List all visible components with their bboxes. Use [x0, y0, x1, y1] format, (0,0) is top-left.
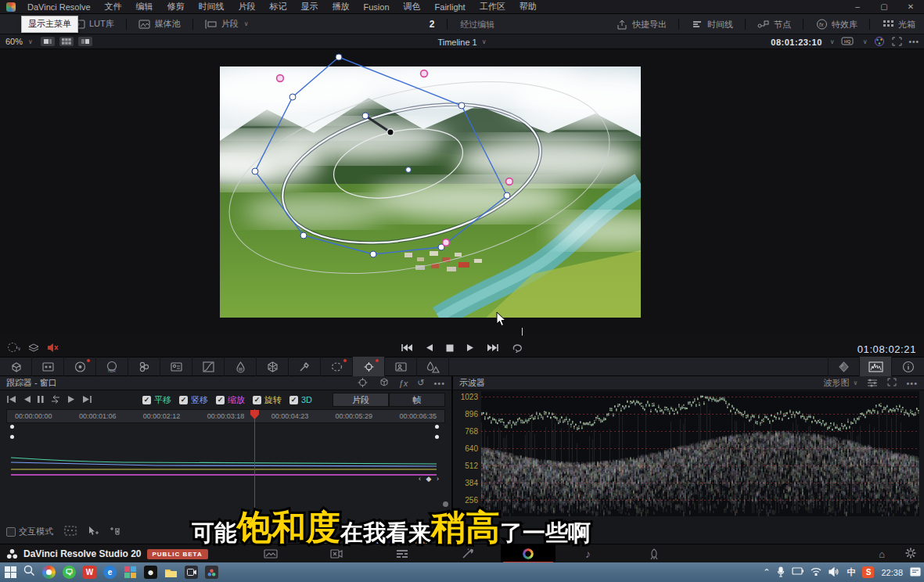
clip-mode-button[interactable]: 片段: [333, 393, 389, 407]
track-to-end-icon[interactable]: [81, 395, 92, 405]
qualifier-icon[interactable]: [225, 357, 257, 376]
browser-icon[interactable]: [42, 566, 56, 579]
lightbox-button[interactable]: 光箱: [876, 14, 921, 34]
blur-icon[interactable]: [417, 357, 449, 376]
scope-expand-icon[interactable]: [887, 378, 897, 388]
checkbox-rotate[interactable]: ✓旋转: [253, 394, 282, 406]
interactive-mode-checkbox[interactable]: ✓ 交互模式: [6, 526, 53, 537]
play-icon[interactable]: [466, 343, 474, 354]
viewer-timecode[interactable]: 08:01:23:10: [771, 38, 822, 47]
microphone-icon[interactable]: [777, 566, 785, 579]
menu-mark[interactable]: 标记: [263, 0, 294, 14]
checkbox-zoom[interactable]: ✓缩放: [216, 394, 245, 406]
track-to-start-icon[interactable]: [6, 395, 17, 405]
file-explorer-icon[interactable]: [164, 566, 178, 579]
menu-playback[interactable]: 播放: [325, 0, 357, 14]
track-target-icon[interactable]: [357, 377, 369, 390]
keyframe-dot[interactable]: [435, 425, 439, 429]
menu-fusion[interactable]: Fusion: [357, 0, 397, 14]
capture-icon[interactable]: [185, 566, 198, 579]
wifi-icon[interactable]: [811, 567, 822, 577]
volume-icon[interactable]: [829, 567, 840, 578]
tracker-graph[interactable]: ‹ ◆ › 10.10 28.25 0.96 0.01: [0, 423, 451, 518]
camera-3d-icon[interactable]: [378, 377, 390, 389]
waveform-display[interactable]: [481, 391, 919, 516]
pause-icon[interactable]: [38, 395, 44, 405]
hdr-icon[interactable]: HDR: [96, 357, 128, 376]
play-reverse-icon[interactable]: [426, 343, 433, 354]
fx-small-icon[interactable]: ƒx: [399, 379, 408, 388]
keyframe-dot[interactable]: [10, 435, 14, 439]
settings-gear-icon[interactable]: [905, 548, 916, 561]
close-button[interactable]: ✕: [897, 0, 924, 14]
clock[interactable]: 22:38: [881, 568, 903, 577]
power-window-icon[interactable]: [321, 357, 353, 376]
clip-selector-button[interactable]: 片段 ∨: [200, 14, 254, 34]
menu-view[interactable]: 显示: [294, 0, 325, 14]
menu-app[interactable]: DaVinci Resolve: [20, 0, 98, 14]
maximize-button[interactable]: ▢: [871, 0, 897, 14]
display-icon[interactable]: [792, 567, 804, 577]
menu-trim[interactable]: 修剪: [160, 0, 192, 14]
effects-library-button[interactable]: fx 特效库: [810, 14, 863, 34]
page-fairlight[interactable]: ♪: [555, 544, 621, 563]
tray-expand-icon[interactable]: ⌃: [763, 567, 770, 577]
info-icon[interactable]: [892, 357, 924, 376]
track-reverse-icon[interactable]: [23, 395, 31, 405]
keyer-3d-icon[interactable]: [257, 357, 289, 376]
scopes-icon[interactable]: [860, 357, 892, 376]
page-deliver[interactable]: [621, 544, 687, 563]
motion-effects-icon[interactable]: [160, 357, 192, 376]
menu-edit[interactable]: 编辑: [129, 0, 160, 14]
sogou-icon[interactable]: S: [862, 566, 874, 578]
proxy-quality-icon[interactable]: HQ: [841, 36, 855, 48]
more-options-icon[interactable]: •••: [908, 38, 919, 46]
search-icon[interactable]: [23, 565, 35, 580]
keyframe-nav[interactable]: ‹ ◆ ›: [419, 475, 440, 483]
panel-scrollbar-dot[interactable]: [443, 501, 448, 507]
keyframe-dot[interactable]: [435, 435, 439, 439]
timeline-panel-button[interactable]: 时间线: [685, 14, 739, 34]
checkbox-3d[interactable]: ✓3D: [289, 395, 312, 404]
track-bidirectional-icon[interactable]: [50, 395, 61, 405]
media-pool-button[interactable]: 媒体池: [133, 14, 186, 34]
tracker-playhead[interactable]: [254, 409, 255, 518]
go-to-end-icon[interactable]: [487, 343, 499, 354]
menu-timeline[interactable]: 时间线: [192, 0, 232, 14]
minimize-button[interactable]: –: [844, 0, 871, 14]
page-edit[interactable]: [369, 544, 435, 563]
page-media[interactable]: [238, 544, 304, 563]
xmind-icon[interactable]: [124, 566, 137, 579]
page-cut[interactable]: [304, 544, 369, 563]
timeline-name[interactable]: Timeline 1: [437, 38, 476, 47]
tracker-ruler[interactable]: 00:00:00:00 00:00:01:06 00:00:02:12 00:0…: [6, 409, 445, 423]
color-slice-icon[interactable]: [128, 357, 160, 376]
obs-icon[interactable]: ☻: [144, 566, 157, 579]
reset-icon[interactable]: ↺: [417, 378, 424, 388]
scope-options-icon[interactable]: •••: [906, 379, 918, 388]
frame-mode-button[interactable]: 帧: [389, 393, 445, 407]
wechat-icon[interactable]: 🗨: [63, 566, 76, 579]
tracker-playhead-pin[interactable]: [250, 409, 260, 420]
keyframe-dot[interactable]: [10, 425, 14, 429]
color-wheels-icon[interactable]: [64, 357, 96, 376]
scope-mode-select[interactable]: 波形图∨: [824, 377, 858, 389]
menu-workspace[interactable]: 工作区: [473, 0, 512, 14]
camera-raw-icon[interactable]: [0, 357, 32, 376]
eyedropper-icon[interactable]: [289, 357, 321, 376]
marquee-select-icon[interactable]: [64, 526, 77, 537]
power-window-overlay[interactable]: [220, 52, 641, 311]
fullscreen-icon[interactable]: [892, 37, 902, 48]
notification-icon[interactable]: [910, 567, 921, 578]
scope-settings-icon[interactable]: [867, 378, 878, 389]
track-forward-icon[interactable]: [67, 395, 75, 405]
checkbox-tilt[interactable]: ✓竖移: [179, 394, 208, 406]
add-point-cursor-icon[interactable]: [88, 526, 99, 537]
stop-icon[interactable]: [446, 343, 454, 354]
menu-clip[interactable]: 片段: [232, 0, 263, 14]
menu-help[interactable]: 帮助: [512, 0, 544, 14]
keyframes-icon[interactable]: [828, 357, 860, 376]
menu-file[interactable]: 文件: [98, 0, 129, 14]
color-match-icon[interactable]: [32, 357, 64, 376]
blue-browser-icon[interactable]: e: [103, 566, 117, 579]
